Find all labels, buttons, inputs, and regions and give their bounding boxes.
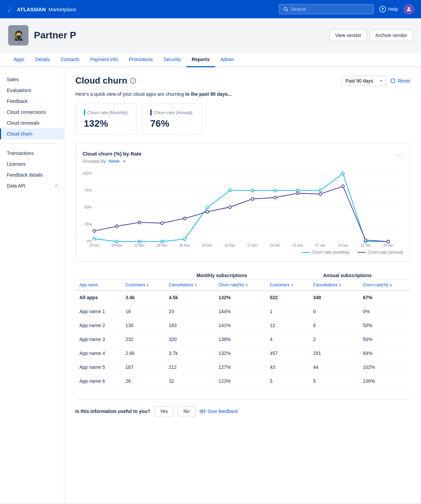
sidebar-item-cloud-conversions[interactable]: Cloud conversions xyxy=(0,107,64,118)
sidebar-item-cloud-churn[interactable]: Cloud churn xyxy=(0,128,64,139)
svg-text:0%: 0% xyxy=(87,239,92,243)
cell-m-cancellations: 320 xyxy=(165,332,214,346)
vendor-logo: 🥷 xyxy=(8,25,28,46)
svg-point-35 xyxy=(229,206,231,209)
table-row: App name 3 232 320 138% 4 2 50% xyxy=(75,332,410,346)
cell-a-customers: 457 xyxy=(266,346,309,360)
cell-app-name: App name 3 xyxy=(75,332,121,346)
cell-a-customers: 43 xyxy=(266,360,309,374)
feedback-yes-button[interactable]: Yes xyxy=(154,406,174,416)
vendor-actions: View vendor Archive vendor xyxy=(329,30,413,41)
page-title: Cloud churn i xyxy=(75,75,341,86)
help-button[interactable]: ? Help xyxy=(379,6,398,13)
cell-m-churn: 127% xyxy=(214,360,266,374)
churn-table: App name Customers ⇅ Cancellations ⇅ Chu… xyxy=(75,280,410,388)
cell-m-customers: 16 xyxy=(121,305,165,319)
sidebar-item-sales[interactable]: Sales xyxy=(0,74,64,85)
cell-m-customers: 232 xyxy=(121,332,165,346)
col-m-customers[interactable]: Customers ⇅ xyxy=(121,280,165,290)
view-vendor-button[interactable]: View vendor xyxy=(329,30,367,41)
search-input[interactable] xyxy=(291,6,369,12)
col-a-customers[interactable]: Customers ⇅ xyxy=(266,280,309,290)
cell-m-churn: 132% xyxy=(214,290,266,305)
info-icon[interactable]: i xyxy=(130,78,136,84)
period-select[interactable]: Past 90 days Past 30 days Past 365 days xyxy=(341,76,386,86)
subnav-security[interactable]: Security xyxy=(158,53,187,67)
col-a-churn-rate[interactable]: Churn rate(%) ⇅ xyxy=(359,280,410,290)
sidebar-item-licenses[interactable]: Licenses xyxy=(0,159,64,169)
user-avatar[interactable] xyxy=(403,4,414,15)
subnav-contacts[interactable]: Contacts xyxy=(55,53,85,67)
sidebar-item-feedback[interactable]: Feedback xyxy=(0,96,64,107)
svg-point-22 xyxy=(251,189,254,192)
svg-text:31 Dec: 31 Dec xyxy=(292,244,303,247)
cell-app-name: App name 2 xyxy=(75,319,121,332)
cell-a-customers: 5 xyxy=(266,374,309,388)
col-m-cancellations[interactable]: Cancellations ⇅ xyxy=(165,280,214,290)
give-feedback-label: Give feedback xyxy=(208,409,238,414)
sidebar-item-transactions[interactable]: Transactions xyxy=(0,148,64,159)
cell-m-customers: 2.8k xyxy=(121,346,165,360)
chart-container: 100% 75% 50% 25% 0% xyxy=(82,169,403,247)
brand-name: ATLASSIAN xyxy=(17,6,46,12)
help-label: Help xyxy=(388,6,398,12)
svg-text:05 Nov: 05 Nov xyxy=(112,244,122,247)
cell-m-customers: 167 xyxy=(121,360,165,374)
metric-card-annual-value: 76% xyxy=(150,118,194,129)
cell-m-churn: 132% xyxy=(214,346,266,360)
metric-card-annual-label: Churn rate (Annual) xyxy=(150,109,194,115)
svg-text:25%: 25% xyxy=(84,222,92,226)
subnav-promotions[interactable]: Promotions xyxy=(123,53,158,67)
legend-monthly-label: Churn rate (monthly) xyxy=(312,250,349,255)
cell-m-customers: 3.4k xyxy=(121,290,165,305)
subnav-details[interactable]: Details xyxy=(30,53,55,67)
svg-text:50%: 50% xyxy=(84,205,92,209)
reset-icon xyxy=(390,78,396,84)
sidebar-item-feedback-details[interactable]: Feedback details xyxy=(0,169,64,180)
cell-a-customers: 4 xyxy=(266,332,309,346)
table-group-monthly: Monthly subscriptions xyxy=(159,273,285,278)
search-icon xyxy=(283,6,288,12)
table-section: Monthly subscriptions Annual subscriptio… xyxy=(75,273,410,388)
give-feedback-button[interactable]: Give feedback xyxy=(199,408,238,414)
atlassian-icon xyxy=(7,5,14,13)
svg-point-40 xyxy=(342,185,344,187)
group-by-select[interactable]: Week Month xyxy=(109,159,126,164)
col-a-cancellations[interactable]: Cancellations ⇅ xyxy=(309,280,359,290)
archive-vendor-button[interactable]: Archive vendor xyxy=(370,30,413,41)
svg-text:75%: 75% xyxy=(84,188,92,192)
search-bar[interactable] xyxy=(279,4,374,14)
reset-button[interactable]: Reset xyxy=(390,78,410,84)
svg-text:03 Dec: 03 Dec xyxy=(202,244,212,247)
subnav-admin[interactable]: Admin xyxy=(215,53,240,67)
legend-annual-line xyxy=(358,252,366,253)
feedback-no-button[interactable]: No xyxy=(178,406,195,416)
legend-monthly-line xyxy=(302,252,310,253)
subnav-reports[interactable]: Reports xyxy=(186,53,215,67)
help-icon: ? xyxy=(379,6,386,13)
cell-app-name: App name 5 xyxy=(75,360,121,374)
svg-point-18 xyxy=(161,240,164,243)
svg-line-1 xyxy=(287,10,288,12)
svg-text:24 Dec: 24 Dec xyxy=(270,244,280,247)
sidebar-item-evaluations[interactable]: Evaluations xyxy=(0,85,64,96)
svg-point-21 xyxy=(229,189,231,192)
vendor-header: 🥷 Partner P View vendor Archive vendor xyxy=(0,18,421,53)
chart-title: Cloud churn (%) by Rate xyxy=(82,151,396,157)
table-row: All apps 3.4k 4.5k 132% 522 348 67% xyxy=(75,290,410,305)
metric-card-monthly-label: Churn rate (Monthly) xyxy=(84,109,128,115)
monthly-indicator xyxy=(84,109,85,115)
subnav-apps[interactable]: Apps xyxy=(8,53,30,67)
col-m-churn-rate[interactable]: Churn rate(%) ⇅ xyxy=(214,280,266,290)
svg-point-4 xyxy=(408,7,410,9)
col-app-name[interactable]: App name xyxy=(75,280,121,290)
chart-menu-button[interactable]: ... xyxy=(396,150,403,157)
chart-legend: Churn rate (monthly) Churn rate (annual) xyxy=(82,250,403,255)
subnav-payment-info[interactable]: Payment info xyxy=(85,53,123,67)
svg-point-37 xyxy=(274,196,276,199)
sidebar-item-cloud-renewals[interactable]: Cloud renewals xyxy=(0,118,64,128)
marketplace-label: Marketplace xyxy=(49,6,76,12)
sidebar-item-data-api[interactable]: Data API ↗ xyxy=(0,180,64,191)
svg-point-29 xyxy=(93,230,96,232)
cell-a-churn: 100% xyxy=(359,374,410,388)
